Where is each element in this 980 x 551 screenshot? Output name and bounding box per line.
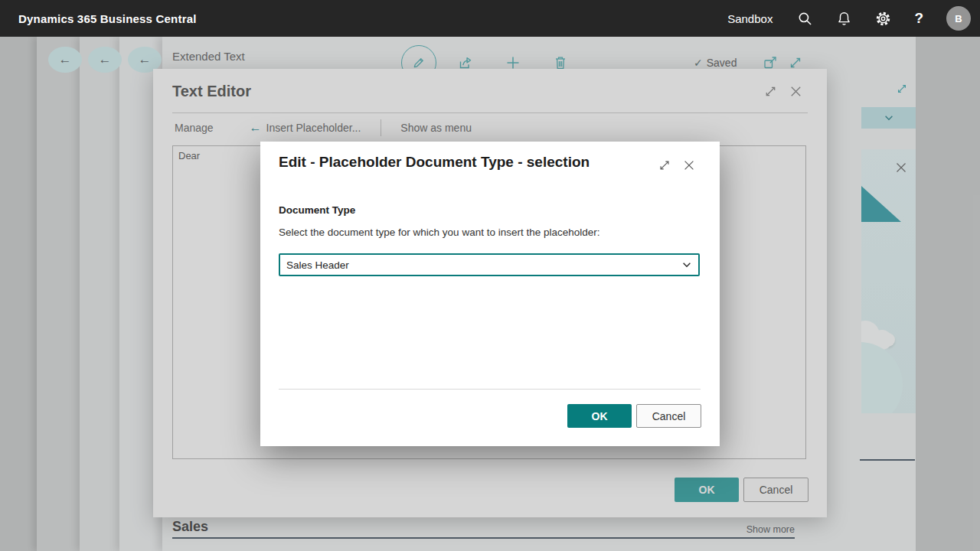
- environment-badge[interactable]: Sandbox: [727, 12, 773, 25]
- document-type-description: Select the document type for which you w…: [279, 227, 600, 238]
- chevron-down-icon: [681, 259, 692, 270]
- notifications-bell-icon[interactable]: [836, 11, 852, 27]
- placeholder-selection-modal: Edit - Placeholder Document Type - selec…: [260, 142, 720, 446]
- expand-icon[interactable]: [658, 158, 671, 172]
- search-icon[interactable]: [797, 11, 813, 27]
- user-avatar[interactable]: B: [946, 6, 971, 31]
- divider: [279, 389, 701, 390]
- help-icon[interactable]: ?: [914, 10, 923, 27]
- ok-button[interactable]: OK: [567, 404, 632, 428]
- top-app-bar: Dynamics 365 Business Central Sandbox ? …: [0, 0, 980, 37]
- cancel-button[interactable]: Cancel: [636, 404, 701, 428]
- document-type-select[interactable]: Sales Header: [279, 253, 700, 276]
- app-title[interactable]: Dynamics 365 Business Central: [18, 12, 197, 25]
- close-icon[interactable]: [682, 158, 696, 172]
- settings-gear-icon[interactable]: [875, 11, 891, 27]
- document-type-label: Document Type: [279, 204, 355, 216]
- modal-title: Edit - Placeholder Document Type - selec…: [279, 154, 590, 171]
- screen: Dynamics 365 Business Central Sandbox ? …: [0, 0, 980, 551]
- topbar-actions: Sandbox ? B: [727, 6, 980, 31]
- selected-value: Sales Header: [286, 259, 349, 271]
